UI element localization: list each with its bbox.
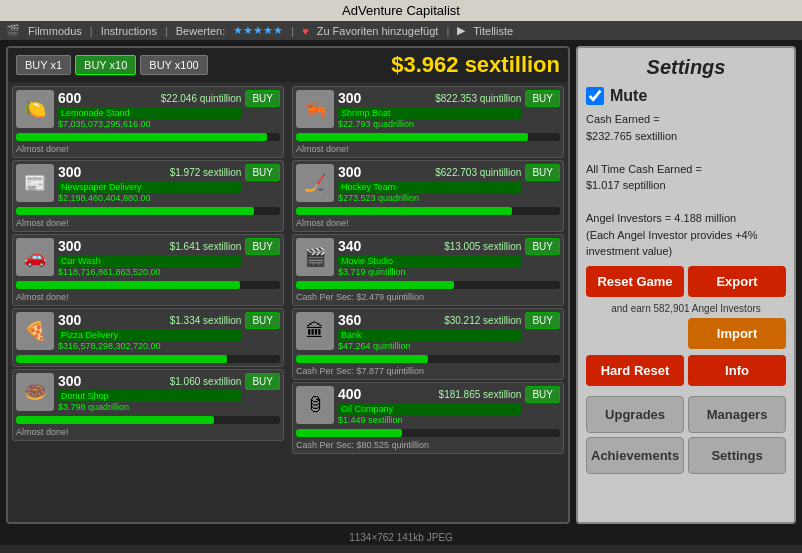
businesses: 🍋600$22.046 quintillionLemonade Stand$7,… [8,82,568,522]
biz-money: $1.641 sextillion [170,241,242,252]
biz-status: Almost done! [296,218,560,228]
angel-sub: (Each Angel Investor provides +4% invest… [586,229,758,258]
settings-panel: Settings Mute Cash Earned = $232.765 sex… [576,46,796,524]
biz-name: Movie Studio [338,255,521,267]
list-item: 🛢400$181.865 sextillionOil Company$1.449… [292,382,564,454]
biz-name: Pizza Delivery [58,329,241,341]
biz-cost: $273.523 quadrillion [338,193,521,203]
biz-cost: $2,198,460,404,880.00 [58,193,241,203]
buy-button[interactable]: BUY [525,238,560,255]
biz-cost: $47.264 quintillion [338,341,521,351]
buy-button[interactable]: BUY [525,386,560,403]
biz-cost: $1.449 sextillion [338,415,521,425]
biz-money: $822.353 quintillion [435,93,521,104]
hard-reset-row: Hard Reset Info [586,355,786,386]
bottom-bar: 1134×762 141kb JPEG [0,530,802,545]
buy-button[interactable]: BUY [525,90,560,107]
list-item: 🚗300$1.641 sextillionCar Wash$118,716,86… [12,234,284,306]
progress-bar-container [296,133,560,141]
reset-game-button[interactable]: Reset Game [586,266,684,297]
biz-name: Lemonade Stand [58,107,241,119]
biz-count: 600 [58,90,81,106]
biz-count: 300 [58,312,81,328]
biz-status: Cash Per Sec: $2.479 quintillion [296,292,560,302]
buy-x1-button[interactable]: BUY x1 [16,55,71,75]
biz-money: $1.334 sextillion [170,315,242,326]
settings-title: Settings [586,56,786,79]
filmmodus[interactable]: Filmmodus [28,25,82,37]
import-button[interactable]: Import [688,318,786,349]
titelliste[interactable]: Titelliste [473,25,513,37]
biz-count: 360 [338,312,361,328]
buy-button[interactable]: BUY [525,164,560,181]
biz-status: Almost done! [16,218,280,228]
biz-status: Almost done! [16,427,280,437]
biz-icon: 📰 [16,164,54,202]
biz-name: Hockey Team [338,181,521,193]
cash-earned-value: $232.765 sextillion [586,130,677,142]
biz-icon: 🎬 [296,238,334,276]
progress-bar-container [296,207,560,215]
nav-buttons: Upgrades Managers Achievements Settings [586,396,786,474]
settings-button[interactable]: Settings [688,437,786,474]
biz-name: Bank [338,329,521,341]
biz-cost: $7,035,073,295,616.00 [58,119,241,129]
biz-count: 300 [58,238,81,254]
stars[interactable]: ★★★★★ [233,24,283,37]
biz-icon: 🏒 [296,164,334,202]
instructions[interactable]: Instructions [101,25,157,37]
buy-x100-button[interactable]: BUY x100 [140,55,207,75]
export-button[interactable]: Export [688,266,786,297]
all-time-value: $1.017 septillion [586,179,666,191]
biz-name: Oil Company [338,403,521,415]
biz-status: Almost done! [296,144,560,154]
title-bar: AdVenture Capitalist [0,0,802,21]
heart-icon: ♥ [302,25,309,37]
biz-count: 400 [338,386,361,402]
list-item: 🏒300$622.703 quintillionHockey Team$273.… [292,160,564,232]
game-panel: BUY x1 BUY x10 BUY x100 $3.962 sextillio… [6,46,570,524]
all-time-label: All Time Cash Earned = [586,163,702,175]
list-item: 📰300$1.972 sextillionNewspaper Delivery$… [12,160,284,232]
progress-bar-container [296,355,560,363]
bewerten: Bewerten: [176,25,226,37]
hard-reset-button[interactable]: Hard Reset [586,355,684,386]
biz-money: $1.060 sextillion [170,376,242,387]
info-button[interactable]: Info [688,355,786,386]
progress-bar-container [16,207,280,215]
buy-x10-button[interactable]: BUY x10 [75,55,136,75]
buy-button[interactable]: BUY [245,238,280,255]
biz-cost: $316,578,298,302,720.00 [58,341,241,351]
buy-button[interactable]: BUY [245,164,280,181]
buy-button[interactable]: BUY [245,90,280,107]
biz-icon: 🍕 [16,312,54,350]
browser-bar: 🎬 Filmmodus | Instructions | Bewerten: ★… [0,21,802,40]
right-biz-col: 🦐300$822.353 quintillionShrimp Boat$22.7… [288,82,568,522]
biz-cost: $118,716,861,863,520.00 [58,267,241,277]
biz-status: Cash Per Sec: $80.525 quintillion [296,440,560,450]
biz-money: $30.212 sextillion [444,315,521,326]
biz-name: Donut Shop [58,390,241,402]
achievements-button[interactable]: Achievements [586,437,684,474]
biz-money: $22.046 quintillion [161,93,242,104]
biz-count: 300 [338,164,361,180]
biz-money: $1.972 sextillion [170,167,242,178]
play-icon: ▶ [457,24,465,37]
progress-bar-container [16,416,280,424]
favoriten[interactable]: Zu Favoriten hinzugefügt [317,25,439,37]
biz-icon: 🦐 [296,90,334,128]
list-item: 🍩300$1.060 sextillionDonut Shop$3.798 qu… [12,369,284,441]
mute-checkbox[interactable] [586,87,604,105]
upgrades-button[interactable]: Upgrades [586,396,684,433]
film-icon: 🎬 [6,24,20,37]
earn-text: and earn 582,901 Angel Investors [586,303,786,314]
list-item: 🍋600$22.046 quintillionLemonade Stand$7,… [12,86,284,158]
action-buttons: Reset Game Export [586,266,786,297]
biz-name: Car Wash [58,255,241,267]
buy-button[interactable]: BUY [245,312,280,329]
biz-icon: 🏛 [296,312,334,350]
buy-button[interactable]: BUY [245,373,280,390]
buy-button[interactable]: BUY [525,312,560,329]
biz-count: 300 [338,90,361,106]
managers-button[interactable]: Managers [688,396,786,433]
